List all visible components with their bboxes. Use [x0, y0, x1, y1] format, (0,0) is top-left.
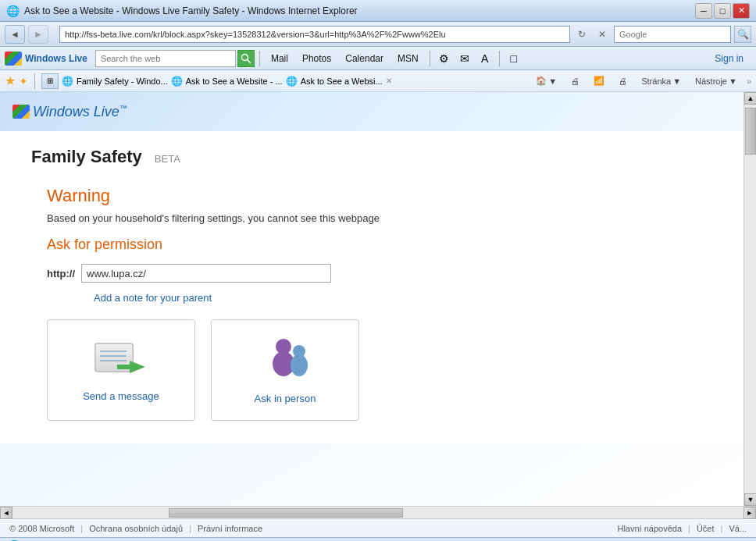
browser-content-area: Windows Live™ Family Safety BETA Warning…: [0, 92, 756, 506]
rss-button[interactable]: 📶: [589, 74, 609, 87]
send-message-card[interactable]: Send a message: [47, 319, 195, 421]
title-bar-buttons: ─ □ ✕: [695, 3, 750, 19]
vertical-scrollbar: ▲ ▼: [744, 92, 756, 506]
footer-privacy-link[interactable]: Ochrana osobních údajů: [89, 524, 183, 533]
refresh-button[interactable]: ↻: [573, 26, 590, 43]
add-note-link[interactable]: Add a note for your parent: [94, 292, 712, 304]
stop-button[interactable]: ✕: [594, 26, 611, 43]
footer-help-link[interactable]: Hlavní nápověda: [617, 524, 682, 533]
send-message-label[interactable]: Send a message: [83, 390, 159, 402]
toolbar-separator-2: [430, 51, 430, 66]
close-button[interactable]: ✕: [733, 3, 750, 19]
toolbar-icon-2[interactable]: ✉: [455, 50, 474, 67]
footer-legal-link[interactable]: Právní informace: [198, 524, 262, 533]
tab-ask-website-2[interactable]: 🌐 Ask to See a Websi... ✕: [286, 76, 392, 87]
scroll-down-button[interactable]: ▼: [744, 493, 756, 506]
favorites-star-icon[interactable]: ★: [5, 73, 16, 88]
photos-button[interactable]: Photos: [296, 52, 337, 66]
wl-header-logo-text: Windows Live™: [33, 104, 127, 120]
scroll-track: [744, 105, 756, 493]
footer-sep-1: |: [80, 524, 83, 533]
svg-point-0: [241, 54, 248, 60]
footer-sep-2: |: [189, 524, 191, 533]
warning-title: Warning: [47, 186, 712, 206]
send-message-icon: [94, 339, 148, 383]
toolbar: Windows Live Mail Photos Calendar MSN ⚙ …: [0, 47, 756, 70]
page-button[interactable]: Stránka ▼: [637, 75, 686, 87]
favorites-add-icon[interactable]: ✦: [19, 75, 28, 87]
address-input[interactable]: [59, 26, 570, 43]
footer-bar: © 2008 Microsoft | Ochrana osobních údaj…: [0, 518, 756, 537]
favorites-grid-button[interactable]: ⊞: [41, 73, 59, 89]
windows-live-label: Windows Live: [25, 53, 87, 64]
h-scroll-track: [12, 507, 744, 518]
google-search-input[interactable]: [614, 26, 731, 43]
message-icon-svg: [94, 339, 148, 383]
wl-header-flag-icon: [12, 105, 30, 119]
favorites-bar: ★ ✦ ⊞ 🌐 Family Safety - Windo... 🌐 Ask t…: [0, 70, 756, 92]
footer-more-link[interactable]: Vá...: [729, 524, 747, 533]
ask-in-person-icon: [254, 336, 316, 385]
ask-in-person-card[interactable]: Ask in person: [211, 319, 359, 421]
scroll-up-button[interactable]: ▲: [744, 92, 756, 105]
svg-point-12: [291, 354, 308, 376]
footer-copyright: © 2008 Microsoft: [9, 524, 74, 533]
url-input[interactable]: [81, 264, 331, 283]
page-content: Family Safety BETA Warning Based on your…: [0, 131, 744, 443]
main-content: Windows Live™ Family Safety BETA Warning…: [0, 92, 744, 506]
footer-account-link[interactable]: Účet: [697, 524, 715, 533]
wl-header: Windows Live™: [0, 92, 744, 131]
title-bar-icon: 🌐: [6, 5, 20, 17]
url-label: http://: [47, 268, 75, 279]
people-icon-svg: [254, 336, 316, 383]
toolbar-icon-4[interactable]: □: [505, 50, 523, 67]
search-submit-button[interactable]: 🔍: [734, 26, 751, 43]
sign-in-button[interactable]: Sign in: [707, 52, 751, 66]
toolbar-separator-1: [259, 51, 260, 66]
search-web-icon: [241, 53, 251, 64]
maximize-button[interactable]: □: [714, 3, 731, 19]
tools-button[interactable]: Nástroje ▼: [690, 75, 742, 87]
ask-in-person-label[interactable]: Ask in person: [255, 393, 316, 404]
forward-button[interactable]: ►: [28, 25, 48, 44]
status-bar: 🌐 Internet | Chráněný režim: Vypnuto 🌐 🔍…: [0, 537, 756, 541]
scroll-left-button[interactable]: ◄: [0, 507, 12, 519]
toolbar-icon-1[interactable]: ⚙: [435, 50, 454, 67]
toolbar-separator-3: [499, 51, 500, 66]
tab-close-icon[interactable]: ✕: [386, 77, 392, 85]
print2-button[interactable]: 🖨: [614, 75, 632, 87]
more-tools-icon[interactable]: »: [747, 77, 751, 86]
title-bar-text: Ask to See a Website - Windows Live Fami…: [24, 5, 695, 16]
footer-right: Hlavní nápověda | Účet | Vá...: [617, 524, 747, 533]
wl-header-logo: Windows Live™: [12, 104, 127, 120]
print-button[interactable]: 🖨: [566, 75, 584, 87]
search-web-input[interactable]: [95, 50, 236, 67]
msn-button[interactable]: MSN: [391, 52, 425, 66]
fav-separator: [34, 73, 35, 89]
scroll-right-button[interactable]: ►: [744, 507, 756, 519]
tab-ask-website-1[interactable]: 🌐 Ask to See a Website - ...: [171, 76, 283, 87]
url-row: http://: [47, 264, 712, 283]
address-bar: ◄ ► ↻ ✕ 🔍: [0, 22, 756, 47]
horizontal-scrollbar: ◄ ►: [0, 506, 756, 518]
h-scroll-thumb[interactable]: [169, 508, 403, 518]
page-nav-button[interactable]: 🏠 ▼: [531, 74, 562, 87]
action-cards: Send a message: [47, 319, 712, 421]
title-bar: 🌐 Ask to See a Website - Windows Live Fa…: [0, 0, 756, 22]
tab-family-safety[interactable]: 🌐 Family Safety - Windo...: [62, 76, 168, 87]
minimize-button[interactable]: ─: [695, 3, 712, 19]
back-button[interactable]: ◄: [5, 25, 25, 44]
svg-rect-8: [117, 365, 134, 369]
search-web-button[interactable]: [237, 50, 255, 67]
toolbar-icon-3[interactable]: A: [476, 50, 494, 67]
mail-button[interactable]: Mail: [265, 52, 294, 66]
calendar-button[interactable]: Calendar: [339, 52, 390, 66]
footer-sep-3: |: [688, 524, 690, 533]
page-button-label: Stránka: [641, 77, 671, 86]
page-title: Family Safety: [31, 147, 142, 167]
warning-section: Warning Based on your household's filter…: [31, 186, 712, 421]
scroll-thumb[interactable]: [745, 108, 756, 155]
page-title-area: Family Safety BETA: [31, 147, 712, 167]
tools-chevron-icon: ▼: [729, 77, 737, 86]
footer-sep-4: |: [721, 524, 723, 533]
